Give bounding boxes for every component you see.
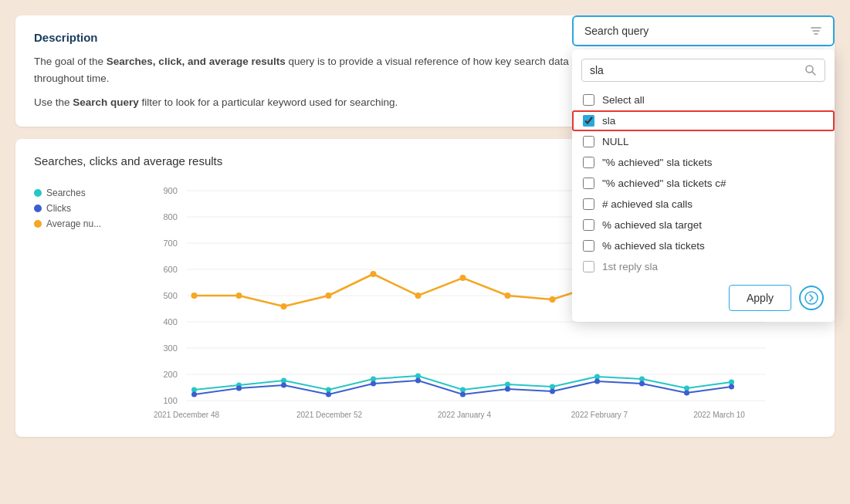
select-all-label: Select all (602, 94, 645, 106)
svg-point-55 (684, 390, 689, 395)
option-4-label: "% achieved" sla tickets c# (602, 178, 726, 189)
bold-text-1: Searches, click, and average results (107, 56, 286, 67)
svg-text:2022 February 7: 2022 February 7 (571, 411, 628, 419)
svg-text:200: 200 (164, 370, 178, 379)
svg-point-52 (550, 388, 555, 394)
checkbox-list: Select all sla NULL "% achieved" sla tic… (572, 90, 835, 277)
option-5-label: # achieved sla calls (602, 198, 693, 210)
checkbox-option-5-input[interactable] (583, 198, 594, 210)
svg-text:700: 700 (164, 238, 178, 248)
apply-button[interactable]: Apply (729, 285, 791, 311)
average-label: Average nu... (46, 218, 101, 229)
svg-text:400: 400 (164, 317, 178, 326)
svg-line-63 (812, 72, 815, 75)
svg-point-51 (505, 386, 510, 391)
checkbox-option-8-input[interactable] (583, 261, 594, 272)
checkbox-sla[interactable]: sla (572, 110, 835, 131)
svg-point-37 (460, 387, 466, 392)
svg-point-33 (281, 377, 286, 383)
clicks-dot (34, 205, 42, 212)
filter-search-input[interactable] (590, 64, 804, 76)
checkbox-option-5[interactable]: # achieved sla calls (572, 194, 835, 215)
svg-point-21 (326, 293, 332, 299)
svg-point-34 (326, 387, 331, 392)
clicks-label: Clicks (46, 203, 71, 214)
legend-average: Average nu... (34, 218, 103, 229)
checkbox-option-7-input[interactable] (583, 240, 594, 252)
checkbox-option-4-input[interactable] (583, 178, 594, 189)
svg-point-25 (505, 293, 511, 299)
checkbox-select-all[interactable]: Select all (572, 90, 835, 110)
svg-point-26 (550, 296, 556, 303)
svg-text:600: 600 (164, 265, 178, 274)
svg-point-35 (371, 376, 376, 381)
search-box-row (572, 59, 835, 90)
filter-icon (810, 25, 822, 37)
checkbox-option-6-input[interactable] (583, 219, 594, 231)
svg-point-39 (550, 384, 555, 389)
average-dot (34, 220, 42, 228)
svg-point-36 (415, 373, 421, 378)
svg-point-50 (460, 391, 466, 397)
search-icon (804, 64, 817, 76)
svg-text:900: 900 (164, 186, 178, 195)
dropdown-panel: Select all sla NULL "% achieved" sla tic… (572, 49, 835, 322)
checkbox-null[interactable]: NULL (572, 131, 835, 152)
svg-point-45 (236, 385, 242, 391)
svg-point-24 (460, 275, 466, 281)
checkbox-option-8[interactable]: 1st reply sla (572, 256, 835, 277)
searches-label: Searches (46, 188, 86, 198)
checkbox-select-all-input[interactable] (583, 94, 594, 106)
svg-point-41 (639, 376, 645, 381)
checkbox-option-3[interactable]: "% achieved" sla tickets (572, 152, 835, 173)
next-arrow-button[interactable] (799, 286, 824, 310)
svg-text:500: 500 (164, 291, 178, 300)
svg-point-44 (191, 391, 197, 397)
svg-point-22 (371, 271, 377, 277)
svg-point-48 (371, 381, 376, 386)
svg-text:2022 March 10: 2022 March 10 (693, 411, 745, 419)
svg-point-40 (594, 374, 600, 379)
checkbox-null-input[interactable] (583, 136, 594, 147)
svg-text:2021 December 52: 2021 December 52 (296, 411, 362, 419)
search-query-button[interactable]: Search query (572, 15, 835, 46)
checkbox-sla-input[interactable] (583, 115, 594, 127)
checkbox-option-3-input[interactable] (583, 157, 594, 168)
svg-point-49 (415, 377, 421, 383)
legend-searches: Searches (34, 188, 103, 198)
filter-panel: Search query (572, 15, 835, 322)
svg-point-23 (415, 293, 422, 299)
svg-point-19 (236, 293, 242, 299)
svg-point-64 (805, 292, 818, 304)
svg-text:2021 December 48: 2021 December 48 (154, 411, 219, 419)
svg-point-18 (191, 293, 198, 299)
svg-point-38 (505, 381, 510, 387)
searches-dot (34, 189, 42, 197)
svg-point-53 (594, 378, 600, 384)
svg-point-54 (639, 381, 645, 386)
svg-point-47 (326, 391, 331, 397)
filter-footer: Apply (572, 277, 835, 311)
bold-text-2: Search query (73, 96, 139, 108)
legend-clicks: Clicks (34, 203, 103, 214)
svg-point-56 (729, 384, 734, 389)
search-input-wrap (581, 59, 825, 82)
svg-text:800: 800 (164, 212, 178, 222)
checkbox-option-6[interactable]: % achieved sla target (572, 215, 835, 235)
option-8-label: 1st reply sla (602, 261, 658, 272)
sla-label: sla (602, 115, 615, 127)
svg-point-20 (281, 303, 287, 310)
svg-text:100: 100 (164, 396, 178, 405)
option-7-label: % achieved sla tickets (602, 240, 705, 252)
svg-point-43 (729, 379, 734, 384)
search-query-label: Search query (584, 25, 649, 37)
svg-point-46 (281, 382, 286, 387)
chart-legend: Searches Clicks Average nu... (34, 180, 103, 421)
checkbox-option-4[interactable]: "% achieved" sla tickets c# (572, 173, 835, 194)
arrow-right-icon (804, 291, 818, 305)
svg-text:300: 300 (164, 343, 178, 353)
null-label: NULL (602, 136, 629, 147)
checkbox-option-7[interactable]: % achieved sla tickets (572, 235, 835, 256)
svg-point-31 (191, 387, 197, 392)
svg-point-42 (684, 385, 689, 391)
